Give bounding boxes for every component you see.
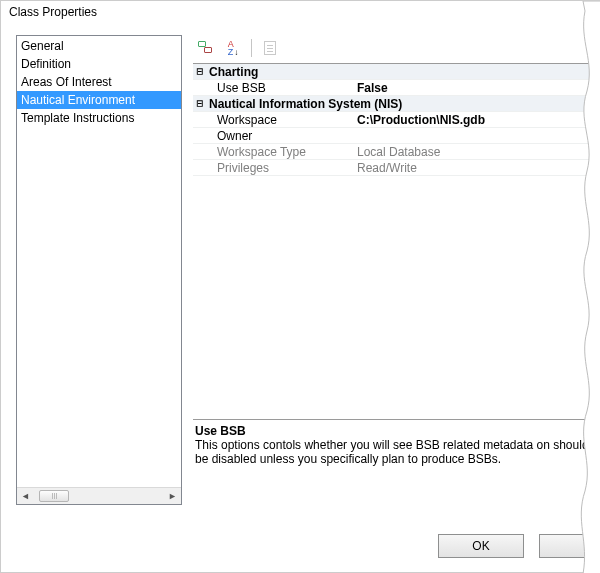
dialog-title: Class Properties	[1, 1, 599, 25]
property-panel: AZ↓ ⊟ Charting Use BSB False	[193, 35, 599, 572]
property-row-owner[interactable]: Owner	[193, 128, 599, 144]
property-grid: ⊟ Charting Use BSB False ⊟ Nautical Info…	[193, 63, 599, 413]
property-help-pane: Use BSB This options contols whether you…	[193, 419, 599, 475]
alphabetical-icon: AZ↓	[228, 40, 239, 57]
property-value[interactable]	[353, 128, 599, 143]
expander-icon[interactable]: ⊟	[193, 96, 207, 111]
property-label: Owner	[207, 128, 353, 143]
category-list: General Definition Areas Of Interest Nau…	[16, 35, 182, 505]
property-value: Read/Write	[353, 160, 599, 175]
property-row-privileges: Privileges Read/Write	[193, 160, 599, 176]
categorized-button[interactable]	[193, 37, 217, 59]
categorized-icon	[198, 41, 212, 55]
property-row-workspace[interactable]: Workspace C:\Production\NIS.gdb	[193, 112, 599, 128]
scroll-right-icon[interactable]: ►	[164, 488, 181, 504]
property-value[interactable]: False	[353, 80, 599, 95]
property-pages-icon	[264, 41, 276, 55]
scroll-left-icon[interactable]: ◄	[17, 488, 34, 504]
property-row-use-bsb[interactable]: Use BSB False	[193, 80, 599, 96]
property-row-workspace-type: Workspace Type Local Database	[193, 144, 599, 160]
toolbar-separator	[251, 39, 252, 57]
category-label: Nautical Information System (NIS)	[207, 96, 599, 111]
property-value[interactable]: C:\Production\NIS.gdb	[353, 112, 599, 127]
property-label: Workspace Type	[207, 144, 353, 159]
property-label: Use BSB	[207, 80, 353, 95]
ok-button[interactable]: OK	[438, 534, 524, 558]
sidebar-item-areas-of-interest[interactable]: Areas Of Interest	[17, 73, 181, 91]
alphabetical-button[interactable]: AZ↓	[221, 37, 245, 59]
category-label: Charting	[207, 64, 353, 79]
expander-icon[interactable]: ⊟	[193, 64, 207, 79]
sidebar-horizontal-scrollbar[interactable]: ◄ ►	[17, 487, 181, 504]
help-text: This options contols whether you will se…	[195, 438, 593, 466]
help-title: Use BSB	[195, 424, 593, 438]
propertygrid-toolbar: AZ↓	[193, 35, 599, 59]
property-label: Privileges	[207, 160, 353, 175]
sidebar-item-definition[interactable]: Definition	[17, 55, 181, 73]
category-nis[interactable]: ⊟ Nautical Information System (NIS)	[193, 96, 599, 112]
category-list-items: General Definition Areas Of Interest Nau…	[17, 36, 181, 487]
property-pages-button	[258, 37, 282, 59]
truncated-button[interactable]	[539, 534, 599, 558]
sidebar-item-template-instructions[interactable]: Template Instructions	[17, 109, 181, 127]
category-charting[interactable]: ⊟ Charting	[193, 64, 599, 80]
sidebar-item-nautical-environment[interactable]: Nautical Environment	[17, 91, 181, 109]
property-label: Workspace	[207, 112, 353, 127]
scroll-thumb[interactable]	[39, 490, 69, 502]
sidebar-item-general[interactable]: General	[17, 37, 181, 55]
property-value: Local Database	[353, 144, 599, 159]
dialog-body: General Definition Areas Of Interest Nau…	[1, 25, 599, 572]
class-properties-dialog: Class Properties General Definition Area…	[0, 0, 600, 573]
